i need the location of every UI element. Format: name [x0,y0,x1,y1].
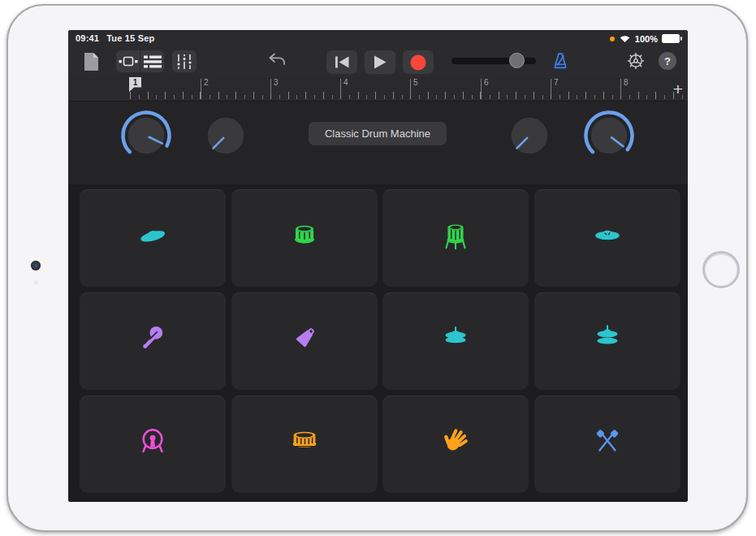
lowcut-knob-dial[interactable] [503,109,556,162]
rewind-icon [335,56,350,68]
drum-pad-grid [80,189,680,493]
regions-view-button[interactable] [116,50,140,72]
pad-hihat-open[interactable] [534,292,680,390]
pad-floor-tom[interactable] [382,189,529,287]
volume-slider-thumb[interactable] [509,53,525,68]
clock-time: 09:41 [76,33,99,43]
ipad-body: 09:41 Tue 15 Sep 100% [6,4,748,532]
light-sensor [34,280,38,284]
metronome-icon[interactable] [551,51,570,71]
battery-percent: 100% [635,34,658,44]
hand-clap-icon [437,423,474,460]
front-camera [31,261,41,270]
knob-lowcut[interactable]: Low Cut [503,109,556,162]
home-button[interactable] [702,251,740,288]
add-bars-button[interactable]: + [668,79,688,100]
timeline-ruler[interactable]: 1 2 3 4 5 6 7 8 + [68,77,688,102]
wifi-icon [619,34,631,43]
highcut-knob-dial[interactable] [582,109,636,162]
help-label: ? [664,55,671,67]
regions-view-icon [119,55,138,67]
rewind-button[interactable] [326,50,357,74]
drumsticks-icon [589,423,626,460]
maraca-icon [134,320,171,357]
ruler-bar-3: 3 [270,77,341,102]
ruler-bar-4: 4 [340,77,411,102]
tracks-view-icon [144,55,162,68]
garageband-screen: 09:41 Tue 15 Sep 100% [68,30,688,502]
my-songs-document-icon[interactable] [83,52,100,72]
recording-indicator-dot [610,37,615,41]
pad-cowbell[interactable] [231,292,378,390]
ruler-bar-6: 6 [481,77,551,102]
kick-drum-icon [134,423,171,460]
volume-slider[interactable] [451,58,536,64]
settings-gear-icon[interactable] [626,51,646,71]
cowbell-icon [286,320,323,357]
ruler-bar-2: 2 [201,77,271,102]
pad-hand-clap[interactable] [382,396,529,493]
faders-icon [175,54,193,70]
play-button[interactable] [365,50,395,74]
pad-hihat-closed[interactable] [382,292,529,390]
tracks-view-button[interactable] [140,50,164,72]
record-icon [410,54,426,71]
ride-cymbal-icon [134,217,171,254]
ruler-bar-5: 5 [410,77,481,102]
hihat-open-icon [589,320,626,357]
pad-maraca[interactable] [80,292,226,390]
battery-icon [662,34,680,43]
knob-highcut[interactable]: High Cut [582,109,636,162]
pad-kick-drum[interactable] [80,396,226,493]
ruler-bar-1: 1 [130,77,201,102]
knob-lofi[interactable]: Lo Fi [199,109,253,162]
snare-drum-icon [286,423,323,460]
clock-date: Tue 15 Sep [106,33,154,43]
track-controls-button[interactable] [172,50,197,72]
play-icon [374,55,387,69]
status-bar: 09:41 Tue 15 Sep 100% [68,30,688,47]
hihat-closed-icon [437,320,474,357]
instrument-controls: Resolution Lo Fi Classic Drum Machine Lo… [68,102,688,184]
stage: 09:41 Tue 15 Sep 100% [0,0,756,536]
transport-controls [326,50,434,74]
pad-hi-tom[interactable] [231,189,378,287]
toolbar: ? [68,47,688,77]
pad-snare-drum[interactable] [231,396,378,493]
pad-ride-cymbal[interactable] [80,189,226,287]
view-toggle-group [116,50,165,72]
knob-resolution[interactable]: Resolution [119,109,173,162]
resolution-knob-dial[interactable] [119,109,173,162]
playhead-marker[interactable]: 1 [129,77,141,92]
floor-tom-icon [437,217,474,254]
drum-pad-area [68,184,688,502]
pad-crash-cymbal[interactable] [534,189,680,287]
undo-icon[interactable] [268,51,287,70]
preset-selector-button[interactable]: Classic Drum Machine [309,122,447,145]
record-button[interactable] [403,50,434,74]
ruler-bar-7: 7 [551,77,621,102]
lofi-knob-dial[interactable] [199,109,253,162]
camera-lens [34,264,37,267]
pad-drumsticks[interactable] [534,396,680,493]
help-button[interactable]: ? [659,52,676,70]
crash-cymbal-icon [589,217,626,254]
hi-tom-icon [286,217,323,254]
